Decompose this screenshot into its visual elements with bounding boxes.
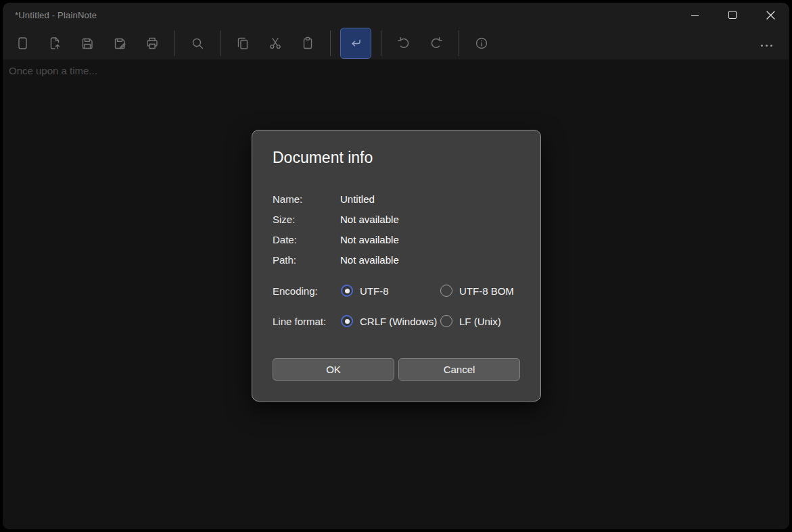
word-wrap-icon	[348, 35, 364, 51]
line-format-label: Line format:	[273, 316, 341, 327]
radio-selected-icon[interactable]	[341, 285, 353, 297]
field-value: Not available	[340, 234, 399, 245]
field-row-size: Size: Not available	[273, 209, 520, 229]
field-row-name: Name: Untitled	[273, 189, 520, 209]
dialog-title: Document info	[273, 149, 520, 167]
print-button[interactable]	[139, 30, 166, 57]
radio-option-label: UTF-8	[360, 285, 389, 297]
maximize-button[interactable]	[714, 3, 751, 27]
maximize-icon	[728, 11, 737, 19]
radio-option-utf8-bom[interactable]: UTF-8 BOM	[440, 285, 514, 297]
cancel-button[interactable]: Cancel	[398, 358, 520, 381]
radio-option-label: UTF-8 BOM	[459, 285, 514, 297]
close-button[interactable]	[751, 3, 789, 27]
more-options-button[interactable]	[753, 30, 780, 57]
open-file-button[interactable]	[41, 30, 68, 57]
field-label: Size:	[273, 214, 340, 225]
save-as-button[interactable]	[106, 30, 133, 57]
ok-button[interactable]: OK	[273, 358, 394, 381]
info-icon	[473, 35, 490, 51]
toolbar-separator	[174, 30, 175, 56]
titlebar: *Untitled - PlainNote	[3, 3, 789, 27]
close-icon	[766, 11, 775, 20]
search-button[interactable]	[184, 30, 211, 57]
field-value: Untitled	[340, 193, 375, 205]
save-button[interactable]	[74, 30, 101, 57]
radio-option-lf[interactable]: LF (Unix)	[440, 315, 501, 327]
more-icon	[760, 39, 774, 49]
window-controls	[676, 3, 789, 27]
radio-unselected-icon[interactable]	[440, 285, 452, 297]
field-label: Date:	[273, 234, 340, 245]
redo-button[interactable]	[423, 30, 450, 57]
toolbar-separator	[381, 30, 381, 56]
copy-icon	[235, 35, 251, 51]
cut-button[interactable]	[262, 30, 289, 57]
minimize-button[interactable]	[676, 3, 714, 27]
cut-icon	[267, 35, 283, 51]
field-label: Path:	[273, 254, 340, 266]
radio-option-label: LF (Unix)	[459, 316, 501, 327]
paste-button[interactable]	[294, 30, 321, 57]
encoding-label: Encoding:	[273, 285, 341, 297]
dialog-buttons: OK Cancel	[273, 358, 520, 381]
save-as-icon	[112, 35, 128, 51]
redo-icon	[428, 35, 444, 51]
window-title: *Untitled - PlainNote	[3, 10, 97, 20]
field-value: Not available	[340, 254, 399, 266]
radio-option-label: CRLF (Windows)	[360, 316, 437, 327]
undo-icon	[396, 35, 412, 51]
radio-selected-icon[interactable]	[341, 315, 353, 327]
field-label: Name:	[273, 193, 340, 205]
encoding-group: Encoding: UTF-8 UTF-8 BOM	[273, 281, 520, 301]
open-file-icon	[47, 35, 63, 51]
field-row-date: Date: Not available	[273, 229, 520, 249]
undo-button[interactable]	[390, 30, 417, 57]
minimize-icon	[691, 15, 699, 16]
info-button[interactable]	[468, 30, 495, 57]
radio-option-crlf[interactable]: CRLF (Windows)	[341, 315, 440, 327]
search-icon	[189, 35, 206, 51]
line-format-group: Line format: CRLF (Windows) LF (Unix)	[273, 311, 520, 331]
new-document-icon	[14, 35, 30, 51]
dialog-fields: Name: Untitled Size: Not available Date:…	[273, 189, 520, 270]
toolbar-separator	[459, 30, 459, 56]
copy-button[interactable]	[229, 30, 256, 57]
field-row-path: Path: Not available	[273, 249, 520, 270]
toolbar-separator	[220, 30, 220, 56]
toolbar	[3, 27, 789, 59]
paste-icon	[300, 35, 316, 51]
toolbar-separator	[330, 30, 331, 56]
document-info-dialog: Document info Name: Untitled Size: Not a…	[252, 130, 541, 402]
print-icon	[144, 35, 160, 51]
radio-unselected-icon[interactable]	[440, 315, 452, 327]
new-document-button[interactable]	[9, 30, 36, 57]
editor-text: Once upon a time...	[9, 65, 97, 76]
save-icon	[79, 35, 95, 51]
field-value: Not available	[340, 214, 399, 225]
radio-option-utf8[interactable]: UTF-8	[341, 285, 440, 297]
word-wrap-button[interactable]	[340, 28, 371, 59]
